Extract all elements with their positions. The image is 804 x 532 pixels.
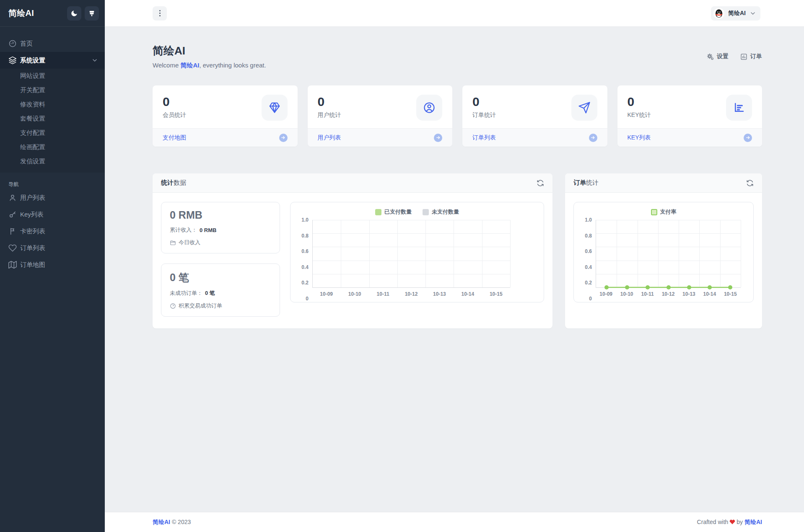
gridline xyxy=(341,220,341,287)
gears-icon xyxy=(707,53,714,60)
gridline xyxy=(369,220,370,287)
income-card: 0 RMB 累计收入：0 RMB 今日收入 xyxy=(161,202,280,253)
gridline xyxy=(313,220,510,220)
map-icon xyxy=(8,261,17,269)
stats-panel: 统计数据 0 RMB 累计收入：0 RMB xyxy=(153,173,552,328)
arrow-right-icon xyxy=(589,134,597,142)
key-icon xyxy=(8,210,17,219)
stat-footer-link-payment-map[interactable]: 支付地图 xyxy=(153,128,298,147)
menu-button[interactable] xyxy=(153,6,167,21)
stats-panel-header: 统计数据 xyxy=(153,173,552,193)
sidebar-item-label: 订单列表 xyxy=(20,244,45,252)
main-column: 简绘AI 简绘AI Welcome 简绘AI, everything looks… xyxy=(105,0,804,532)
refresh-icon xyxy=(746,179,754,187)
chevron-down-icon xyxy=(750,10,756,17)
gridline xyxy=(482,220,482,287)
refresh-button[interactable] xyxy=(537,179,544,187)
user-menu[interactable]: 简绘AI xyxy=(711,6,760,21)
sidebar-subitem-edit-profile[interactable]: 修改资料 xyxy=(0,97,105,111)
stat-label: 会员统计 xyxy=(163,111,186,119)
failed-orders-line2: 积累交易成功订单 xyxy=(170,302,271,310)
page-content: 简绘AI Welcome 简绘AI, everything looks grea… xyxy=(105,27,804,512)
x-tick-label: 10-15 xyxy=(724,291,737,297)
legend-swatch xyxy=(375,209,381,215)
sidebar-subitem-mail-settings[interactable]: 发信设置 xyxy=(0,154,105,168)
diamond-icon xyxy=(262,95,288,121)
y-tick-label: 0.4 xyxy=(301,264,309,270)
sidebar-item-user-list[interactable]: 用户列表 xyxy=(0,189,105,206)
footer-brand-link[interactable]: 简绘AI xyxy=(153,519,170,525)
stat-footer-link-key-list[interactable]: KEY列表 xyxy=(617,128,763,147)
orders-panel-body: 支付率 00.20.40.60.81.0 10-0910-1010-1110-1… xyxy=(565,193,762,314)
sidebar-header: 简绘AI xyxy=(0,0,105,27)
income-line1: 累计收入：0 RMB xyxy=(170,226,271,234)
failed-orders-value: 0 笔 xyxy=(170,271,271,284)
sidebar-item-label: 用户列表 xyxy=(20,194,45,202)
stat-value: 0 xyxy=(163,95,186,108)
footer-brand-link[interactable]: 简绘AI xyxy=(744,519,762,525)
sidebar-subitem-switch-config[interactable]: 开关配置 xyxy=(0,83,105,97)
sidebar-subitem-plan-settings[interactable]: 套餐设置 xyxy=(0,111,105,126)
bar-chart-icon xyxy=(726,95,752,121)
welcome-user-link[interactable]: 简绘AI xyxy=(180,62,199,69)
sidebar-subitem-payment-config[interactable]: 支付配置 xyxy=(0,126,105,140)
x-tick-label: 10-11 xyxy=(641,291,654,297)
failed-orders-card: 0 笔 未成功订单：0 笔 积累交易成功订单 xyxy=(161,263,280,317)
orders-action[interactable]: 订单 xyxy=(740,53,762,60)
stat-card-orders: 0 订单统计 订单列表 xyxy=(462,85,607,147)
chart-legend[interactable]: 已支付数量未支付数量 xyxy=(297,208,537,216)
flag-icon xyxy=(8,227,17,235)
stat-label: 用户统计 xyxy=(318,111,341,119)
y-tick-label: 1.0 xyxy=(585,217,592,223)
sidebar-subitem-drawing-config[interactable]: 绘画配置 xyxy=(0,140,105,154)
footer-credit: Crafted withby 简绘AI xyxy=(697,519,762,526)
sidebar-item-order-map[interactable]: 订单地图 xyxy=(0,256,105,273)
x-tick-label: 10-15 xyxy=(490,291,503,297)
failed-orders-line1: 未成功订单：0 笔 xyxy=(170,289,271,297)
sidebar-item-system-settings[interactable]: 系统设置 xyxy=(0,52,105,69)
y-tick-label: 0.8 xyxy=(585,233,592,239)
sidebar-subitem-website-settings[interactable]: 网站设置 xyxy=(0,69,105,83)
stat-footer-link-user-list[interactable]: 用户列表 xyxy=(308,128,453,147)
panel-title: 订单统计 xyxy=(573,179,599,187)
y-tick-label: 0.2 xyxy=(585,280,592,286)
chart-plot xyxy=(596,220,741,288)
moon-icon xyxy=(70,10,78,17)
legend-item[interactable]: 支付率 xyxy=(651,208,677,216)
chart-y-axis: 00.20.40.60.81.0 xyxy=(581,220,596,299)
gridline xyxy=(313,261,510,261)
settings-action[interactable]: 设置 xyxy=(707,53,729,60)
sidebar-item-label: 首页 xyxy=(20,40,33,48)
stat-label: 订单统计 xyxy=(472,111,496,119)
theme-brush-button[interactable] xyxy=(85,6,99,21)
legend-swatch xyxy=(651,209,657,215)
heart-icon xyxy=(729,519,735,525)
stat-value: 0 xyxy=(628,95,651,108)
legend-item[interactable]: 未支付数量 xyxy=(423,208,459,216)
wallet-icon xyxy=(170,240,176,246)
sidebar-item-order-list[interactable]: 订单列表 xyxy=(0,240,105,256)
sidebar-item-card-key-list[interactable]: 卡密列表 xyxy=(0,223,105,240)
x-tick-label: 10-11 xyxy=(377,291,389,297)
panel-title: 统计数据 xyxy=(161,179,186,187)
refresh-button[interactable] xyxy=(746,179,754,187)
dark-mode-button[interactable] xyxy=(67,6,81,21)
y-tick-label: 0.6 xyxy=(585,248,592,254)
user-circle-icon xyxy=(416,95,442,121)
sidebar-item-key-list[interactable]: Key列表 xyxy=(0,206,105,223)
x-tick-label: 10-13 xyxy=(682,291,695,297)
stat-footer-link-order-list[interactable]: 订单列表 xyxy=(462,128,607,147)
sidebar-item-home[interactable]: 首页 xyxy=(0,35,105,52)
arrow-right-icon xyxy=(279,134,288,142)
y-tick-label: 0.2 xyxy=(301,280,309,286)
app-logo[interactable]: 简绘AI xyxy=(8,8,34,19)
y-tick-label: 0.4 xyxy=(585,264,592,270)
gridline xyxy=(454,220,454,287)
chart-legend[interactable]: 支付率 xyxy=(581,208,747,216)
app-root: 简绘AI 首页 xyxy=(0,0,804,532)
legend-item[interactable]: 已支付数量 xyxy=(375,208,412,216)
gridline xyxy=(313,233,510,234)
chart-x-labels: 10-0910-1010-1110-1210-1310-1410-15 xyxy=(312,288,510,299)
income-line2: 今日收入 xyxy=(170,239,271,246)
x-tick-label: 10-10 xyxy=(348,291,361,297)
